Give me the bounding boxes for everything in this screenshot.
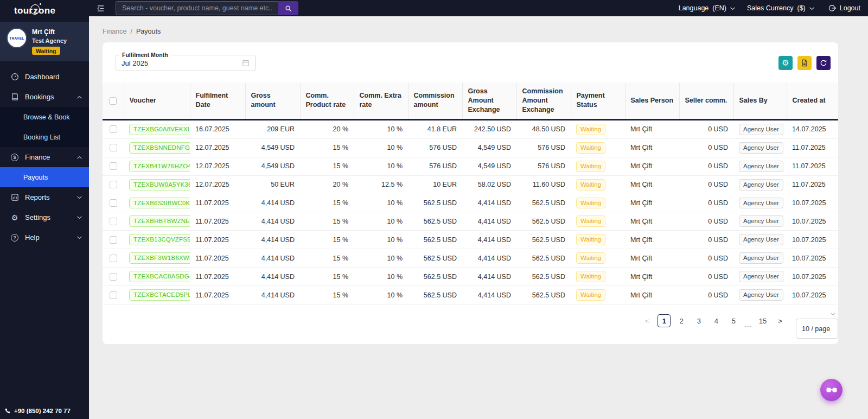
voucher-tag[interactable]: TZEXBF3W1B6XWNQ	[129, 252, 190, 264]
seller-comm-cell: 0 USD	[679, 157, 733, 175]
sidebar-item-reports[interactable]: Reports	[0, 187, 89, 207]
row-checkbox[interactable]	[110, 144, 117, 151]
fulfilment-date-cell: 11.07.2025	[190, 249, 245, 268]
sidebar-item-finance[interactable]: $ Finance	[0, 147, 89, 167]
breadcrumb-parent[interactable]: Finance	[103, 28, 126, 35]
voucher-tag[interactable]: TZEXB6S3IBWC0KV	[129, 198, 190, 209]
comm-extra-rate-cell: 10 %	[354, 268, 408, 286]
row-select-cell	[103, 286, 124, 304]
row-select-cell	[103, 119, 124, 138]
fulfilment-month-picker[interactable]: Fulfilment Month	[116, 55, 256, 71]
row-checkbox[interactable]	[110, 199, 117, 207]
pagination-page-3[interactable]: 3	[692, 314, 705, 327]
voucher-cell: TZEXBF3W1B6XWNQ	[124, 249, 190, 268]
pagination-next[interactable]: >	[774, 314, 787, 327]
language-selector[interactable]: Language (EN)	[679, 4, 735, 12]
pagination-ellipsis[interactable]: •••	[744, 323, 752, 329]
sales-by-cell: Agency User	[733, 157, 787, 175]
pagination-page-4[interactable]: 4	[710, 314, 723, 327]
chevron-down-icon	[77, 196, 82, 199]
voucher-tag[interactable]: TZEXBSNNEDNFGF8	[129, 142, 190, 154]
pagination-page-1[interactable]: 1	[658, 314, 671, 327]
column-settings-button[interactable]: ⚙	[778, 56, 793, 70]
row-checkbox[interactable]	[110, 255, 117, 262]
sidebar-item-booking-list[interactable]: Booking List	[0, 127, 89, 147]
sales-by-cell: Agency User	[733, 212, 787, 231]
gross-amount-exchange-cell: 242.50 USD	[462, 119, 516, 138]
gross-amount-cell: 4,414 USD	[245, 268, 300, 286]
table-row[interactable]: TZEXBCTACED5PLQ 11.07.2025 4,414 USD 15 …	[103, 286, 838, 304]
sidebar-item-dashboard[interactable]: Dashboard	[0, 67, 89, 87]
table-row[interactable]: TZEXBUW0A5YK362 12.07.2025 50 EUR 20 % 1…	[103, 175, 838, 194]
voucher-tag[interactable]: TZEXBUW0A5YK362	[129, 179, 190, 191]
commission-amount-cell: 562.5 USD	[408, 212, 462, 231]
sales-by-tag: Agency User	[739, 142, 783, 154]
voucher-tag[interactable]: TZEXBG0A8VEKXLY	[129, 124, 190, 135]
sales-by-cell: Agency User	[733, 138, 787, 157]
table-row[interactable]: TZEXB13CQVZFS57 11.07.2025 4,414 USD 15 …	[103, 231, 838, 249]
row-checkbox[interactable]	[110, 125, 117, 133]
voucher-tag[interactable]: TZEXBCAC8ASDG4M	[129, 271, 190, 282]
comm-extra-rate-cell: 10 %	[354, 231, 408, 249]
payment-status-tag: Waiting	[576, 252, 605, 264]
logout-button[interactable]: Logout	[828, 4, 860, 12]
logo[interactable]: tourzone	[0, 0, 89, 22]
row-select-cell	[103, 268, 124, 286]
table-row[interactable]: TZEXBG0A8VEKXLY 16.07.2025 209 EUR 20 % …	[103, 119, 838, 138]
sidebar-item-payouts[interactable]: Payouts	[0, 167, 89, 187]
assistant-fab[interactable]	[820, 379, 843, 401]
sales-currency-selector[interactable]: Sales Currency ($)	[747, 4, 814, 12]
gross-amount-cell: 4,414 USD	[245, 194, 300, 212]
topbar: Language (EN) Sales Currency ($)	[89, 0, 868, 16]
sidebar-collapse-button[interactable]	[97, 4, 105, 12]
voucher-tag[interactable]: TZEXBHBTBWZNE1Y	[129, 215, 190, 227]
comm-product-rate-cell: 15 %	[300, 286, 354, 304]
row-checkbox[interactable]	[110, 218, 117, 225]
row-checkbox[interactable]	[110, 273, 117, 281]
pagination-page-5[interactable]: 5	[727, 314, 740, 327]
fulfilment-month-input[interactable]	[122, 59, 230, 67]
row-checkbox[interactable]	[110, 291, 117, 299]
sidebar-item-label: Settings	[25, 213, 50, 221]
payment-status-cell: Waiting	[571, 286, 625, 304]
voucher-tag[interactable]: TZEXB13CQVZFS57	[129, 234, 190, 245]
export-file-button[interactable]	[797, 56, 812, 70]
pagination-page-last[interactable]: 15	[756, 314, 769, 327]
sales-by-tag: Agency User	[739, 161, 783, 172]
fulfilment-month-label: Fulfilment Month	[120, 52, 170, 58]
sales-by-tag: Agency User	[739, 179, 783, 191]
refresh-button[interactable]	[816, 56, 831, 70]
page-size-select[interactable]: 10 / page	[796, 319, 838, 339]
payment-status-tag: Waiting	[576, 124, 605, 135]
sidebar-item-settings[interactable]: ⚙ Settings	[0, 207, 89, 227]
select-all-checkbox[interactable]	[109, 97, 117, 105]
table-row[interactable]: TZEXBCAC8ASDG4M 11.07.2025 4,414 USD 15 …	[103, 268, 838, 286]
table-row[interactable]: TZEXB41W76HZO4Y 12.07.2025 4,549 USD 15 …	[103, 157, 838, 175]
sidebar-item-browse-book[interactable]: Browse & Book	[0, 107, 89, 127]
sales-person-cell: Mrt Çift	[625, 194, 679, 212]
user-profile-card[interactable]: TRAVEL Mrt Çift Test Agency Waiting	[0, 22, 89, 61]
sidebar-item-bookings[interactable]: Bookings	[0, 87, 89, 107]
voucher-cell: TZEXBCAC8ASDG4M	[124, 268, 190, 286]
row-checkbox[interactable]	[110, 181, 117, 188]
voucher-cell: TZEXBUW0A5YK362	[124, 175, 190, 194]
table-row[interactable]: TZEXBF3W1B6XWNQ 11.07.2025 4,414 USD 15 …	[103, 249, 838, 268]
sales-person-cell: Mrt Çift	[625, 212, 679, 231]
pagination-prev[interactable]: <	[640, 314, 653, 327]
row-checkbox[interactable]	[110, 236, 117, 244]
table-row[interactable]: TZEXBSNNEDNFGF8 12.07.2025 4,549 USD 15 …	[103, 138, 838, 157]
search-input[interactable]	[116, 1, 278, 15]
support-phone[interactable]: +90 (850) 242 70 77	[0, 402, 89, 419]
sales-by-cell: Agency User	[733, 286, 787, 304]
voucher-tag[interactable]: TZEXBCTACED5PLQ	[129, 289, 190, 301]
gross-amount-exchange-cell: 4,414 USD	[462, 212, 516, 231]
pagination-page-2[interactable]: 2	[675, 314, 688, 327]
row-checkbox[interactable]	[110, 162, 117, 170]
sidebar-item-help[interactable]: ? Help	[0, 227, 89, 247]
search-button[interactable]	[278, 1, 298, 15]
currency-value: ($)	[797, 4, 805, 12]
table-row[interactable]: TZEXB6S3IBWC0KV 11.07.2025 4,414 USD 15 …	[103, 194, 838, 212]
table-row[interactable]: TZEXBHBTBWZNE1Y 11.07.2025 4,414 USD 15 …	[103, 212, 838, 231]
seller-comm-cell: 0 USD	[679, 231, 733, 249]
voucher-tag[interactable]: TZEXB41W76HZO4Y	[129, 161, 190, 172]
